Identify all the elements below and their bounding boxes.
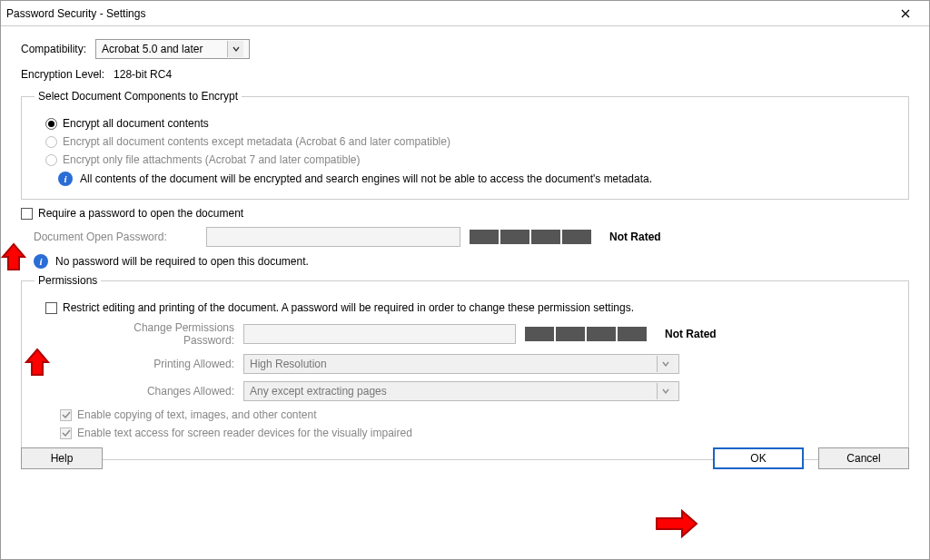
open-pw-info-row: i No password will be required to open t… xyxy=(34,254,909,269)
enable-copy-row: Enable copying of text, images, and othe… xyxy=(60,408,895,421)
radio-encrypt-all-label: Encrypt all document contents xyxy=(63,117,209,130)
encrypt-info-text: All contents of the document will be enc… xyxy=(80,172,652,185)
radio-except-meta-row: Encrypt all document contents except met… xyxy=(45,135,895,148)
enable-copy-label: Enable copying of text, images, and othe… xyxy=(77,408,317,421)
radio-encrypt-all-row: Encrypt all document contents xyxy=(45,117,895,130)
restrict-edit-row: Restrict editing and printing of the doc… xyxy=(45,301,895,314)
titlebar: Password Security - Settings xyxy=(1,1,929,26)
encrypt-components-group: Select Document Components to Encrypt En… xyxy=(21,90,909,200)
strength-segment xyxy=(587,327,616,341)
printing-value: High Resolution xyxy=(250,358,651,370)
encrypt-components-legend: Select Document Components to Encrypt xyxy=(35,90,242,103)
changes-dropdown: Any except extracting pages xyxy=(243,381,679,401)
dialog-content: Compatibility: Acrobat 5.0 and later Enc… xyxy=(1,26,929,480)
ok-button-label: OK xyxy=(750,452,766,465)
chevron-down-icon xyxy=(657,383,673,399)
printing-label: Printing Allowed: xyxy=(80,358,234,370)
ok-button[interactable]: OK xyxy=(713,447,804,469)
open-pw-label: Document Open Password: xyxy=(34,231,197,243)
open-pw-field-row: Document Open Password: Not Rated xyxy=(34,227,909,247)
require-open-pw-row: Require a password to open the document xyxy=(21,207,909,220)
cancel-button[interactable]: Cancel xyxy=(818,447,909,469)
require-open-pw-label: Require a password to open the document xyxy=(38,207,243,220)
bottom-bar: Help OK Cancel xyxy=(21,447,909,469)
printing-dropdown: High Resolution xyxy=(243,354,679,374)
window-title: Password Security - Settings xyxy=(6,7,887,20)
encryption-row: Encryption Level: 128-bit RC4 xyxy=(21,68,909,81)
change-pw-rating: Not Rated xyxy=(665,328,717,340)
compatibility-row: Compatibility: Acrobat 5.0 and later xyxy=(21,39,909,59)
permissions-legend: Permissions xyxy=(35,274,101,287)
chevron-down-icon xyxy=(227,41,243,57)
compatibility-value: Acrobat 5.0 and later xyxy=(102,43,222,55)
radio-except-meta xyxy=(45,136,57,148)
compatibility-label: Compatibility: xyxy=(21,43,86,55)
strength-segment xyxy=(470,230,499,244)
radio-except-meta-label: Encrypt all document contents except met… xyxy=(63,135,450,148)
require-open-pw-checkbox[interactable] xyxy=(21,208,33,220)
strength-segment xyxy=(618,327,647,341)
changes-row: Changes Allowed: Any except extracting p… xyxy=(80,381,895,401)
close-button[interactable] xyxy=(887,3,924,25)
change-pw-label: Change Permissions Password: xyxy=(80,321,234,347)
restrict-edit-checkbox[interactable] xyxy=(45,302,57,314)
changes-value: Any except extracting pages xyxy=(250,385,651,398)
strength-segment xyxy=(556,327,585,341)
radio-attach-only-label: Encrypt only file attachments (Acrobat 7… xyxy=(63,153,361,166)
annotation-arrow-icon xyxy=(0,242,30,275)
restrict-edit-label: Restrict editing and printing of the doc… xyxy=(63,301,634,314)
changes-label: Changes Allowed: xyxy=(80,385,234,398)
enable-reader-label: Enable text access for screen reader dev… xyxy=(77,427,412,439)
enable-reader-row: Enable text access for screen reader dev… xyxy=(60,427,895,439)
change-pw-field-row: Change Permissions Password: Not Rated xyxy=(80,321,895,347)
info-icon: i xyxy=(58,172,73,186)
close-icon xyxy=(901,9,910,18)
encryption-value: 128-bit RC4 xyxy=(114,68,172,81)
open-pw-rating: Not Rated xyxy=(609,231,661,243)
radio-encrypt-all[interactable] xyxy=(45,118,57,130)
chevron-down-icon xyxy=(657,356,673,372)
radio-attach-only-row: Encrypt only file attachments (Acrobat 7… xyxy=(45,153,895,166)
help-button[interactable]: Help xyxy=(21,447,103,469)
strength-segment xyxy=(531,230,560,244)
printing-row: Printing Allowed: High Resolution xyxy=(80,354,895,374)
encryption-label: Encryption Level: xyxy=(21,68,104,81)
strength-segment xyxy=(500,230,529,244)
open-pw-info-text: No password will be required to open thi… xyxy=(55,255,309,268)
dialog-window: Password Security - Settings Compatibili… xyxy=(0,0,930,560)
permission-checks: Enable copying of text, images, and othe… xyxy=(35,408,895,439)
open-pw-strength-bar xyxy=(470,230,591,244)
help-button-label: Help xyxy=(51,452,74,465)
change-pw-strength-bar xyxy=(525,327,647,341)
strength-segment xyxy=(562,230,591,244)
cancel-button-label: Cancel xyxy=(846,452,880,465)
radio-attach-only xyxy=(45,154,57,166)
info-icon: i xyxy=(34,254,48,269)
enable-reader-checkbox xyxy=(60,427,72,439)
open-pw-input xyxy=(206,227,460,247)
compatibility-dropdown[interactable]: Acrobat 5.0 and later xyxy=(95,39,250,59)
annotation-arrow-icon xyxy=(655,507,698,540)
change-pw-input xyxy=(243,324,516,344)
encrypt-info-row: i All contents of the document will be e… xyxy=(58,172,895,186)
permissions-group: Permissions Restrict editing and printin… xyxy=(21,274,909,460)
strength-segment xyxy=(525,327,554,341)
enable-copy-checkbox xyxy=(60,409,72,421)
